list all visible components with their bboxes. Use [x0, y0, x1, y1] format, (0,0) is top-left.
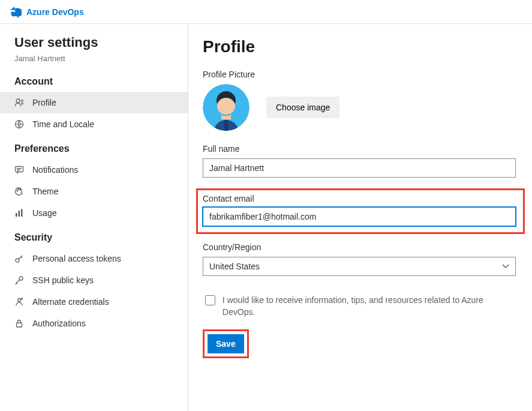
full-name-label: Full name — [203, 144, 518, 154]
azure-devops-logo-icon — [10, 6, 22, 18]
ssh-icon — [14, 275, 24, 285]
sidebar-item-label: Notifications — [32, 165, 78, 175]
sidebar-title: User settings — [0, 35, 188, 54]
svg-point-11 — [18, 299, 21, 302]
section-account: Account — [0, 71, 188, 92]
save-highlight: Save — [203, 329, 249, 358]
marketing-optin-row[interactable]: I would like to receive information, tip… — [203, 287, 516, 329]
svg-point-0 — [16, 99, 20, 103]
contact-email-highlight: Contact email — [196, 188, 525, 234]
sidebar-item-notifications[interactable]: Notifications — [0, 159, 188, 181]
key-icon — [14, 254, 24, 263]
section-preferences: Preferences — [0, 139, 188, 159]
sidebar-item-label: Time and Locale — [32, 119, 94, 129]
svg-rect-16 — [221, 116, 231, 119]
lock-icon — [14, 319, 24, 328]
sidebar-item-authorizations[interactable]: Authorizations — [0, 313, 188, 334]
country-select[interactable]: United States — [203, 257, 516, 276]
sidebar-item-label: Usage — [32, 208, 56, 218]
main-content: Profile Profile Picture Choose image Ful… — [188, 24, 532, 411]
svg-rect-6 — [16, 213, 17, 217]
svg-point-5 — [20, 189, 21, 190]
country-label: Country/Region — [203, 242, 518, 252]
sidebar-item-usage[interactable]: Usage — [0, 202, 188, 224]
sidebar-item-label: Profile — [32, 98, 56, 107]
profile-icon — [14, 98, 24, 107]
full-name-input[interactable] — [203, 158, 516, 178]
chat-icon — [14, 165, 24, 175]
sidebar-item-label: Authorizations — [32, 319, 86, 328]
svg-point-3 — [17, 190, 18, 191]
contact-email-input[interactable] — [203, 207, 516, 226]
svg-rect-7 — [19, 211, 20, 217]
contact-email-label: Contact email — [203, 194, 518, 203]
sidebar-item-label: SSH public keys — [32, 275, 94, 285]
brand-text[interactable]: Azure DevOps — [26, 7, 84, 17]
choose-image-button[interactable]: Choose image — [266, 97, 339, 118]
sidebar-item-ssh[interactable]: SSH public keys — [0, 269, 188, 291]
globe-icon — [14, 119, 24, 129]
sidebar-item-label: Personal access tokens — [32, 254, 121, 263]
save-button[interactable]: Save — [208, 334, 244, 353]
sidebar-item-time-locale[interactable]: Time and Locale — [0, 113, 188, 135]
sidebar-item-profile[interactable]: Profile — [0, 92, 188, 113]
section-security: Security — [0, 227, 188, 248]
sidebar-item-label: Alternate credentials — [32, 297, 109, 307]
sidebar-item-label: Theme — [32, 187, 59, 196]
sidebar-item-pat[interactable]: Personal access tokens — [0, 248, 188, 269]
alt-creds-icon — [14, 297, 24, 307]
svg-rect-13 — [17, 323, 22, 327]
profile-picture-label: Profile Picture — [203, 70, 518, 79]
svg-rect-2 — [16, 167, 23, 172]
sidebar: User settings Jamal Hartnett Account Pro… — [0, 24, 188, 411]
avatar — [203, 84, 250, 131]
topbar: Azure DevOps — [0, 0, 532, 24]
svg-rect-8 — [21, 209, 23, 217]
svg-point-12 — [22, 298, 23, 299]
sidebar-item-theme[interactable]: Theme — [0, 181, 188, 202]
svg-rect-17 — [224, 120, 228, 131]
theme-icon — [14, 187, 24, 196]
sidebar-item-alt-creds[interactable]: Alternate credentials — [0, 291, 188, 313]
svg-point-4 — [18, 189, 19, 190]
page-title: Profile — [203, 37, 518, 56]
marketing-optin-checkbox[interactable] — [205, 295, 215, 305]
sidebar-user: Jamal Hartnett — [0, 54, 188, 71]
marketing-optin-text: I would like to receive information, tip… — [223, 294, 516, 319]
svg-point-15 — [217, 98, 235, 115]
usage-icon — [14, 208, 24, 218]
